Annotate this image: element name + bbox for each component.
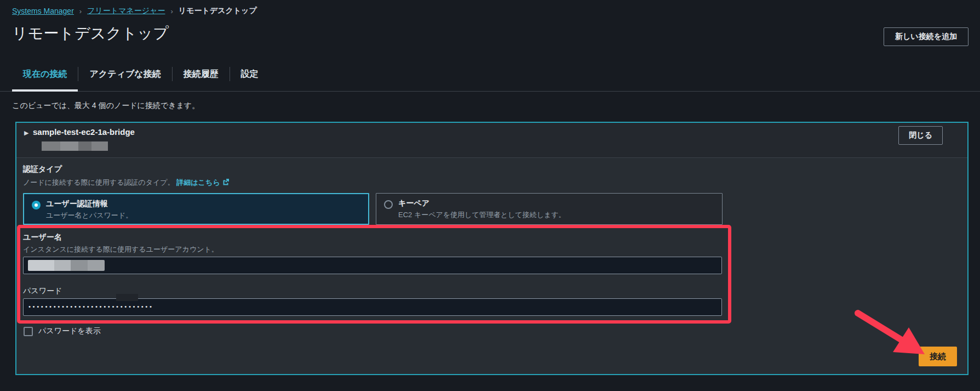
auth-option-description: ユーザー名とパスワード。 <box>46 211 359 220</box>
tab-settings[interactable]: 設定 <box>230 57 270 91</box>
node-name[interactable]: sample-test-ec2-1a-bridge <box>33 127 135 137</box>
connection-panel-header: ▶ sample-test-ec2-1a-bridge 閉じる <box>16 123 967 158</box>
username-redacted-blur <box>28 260 105 271</box>
auth-option-title: ユーザー認証情報 <box>46 199 359 209</box>
max-nodes-info-text: このビューでは、最大 4 個のノードに接続できます。 <box>12 101 199 111</box>
connect-button[interactable]: 接続 <box>919 347 957 366</box>
close-connection-button[interactable]: 閉じる <box>898 126 943 145</box>
chevron-right-icon: › <box>79 7 82 15</box>
username-label: ユーザー名 <box>23 233 62 242</box>
connection-panel: ▶ sample-test-ec2-1a-bridge 閉じる 認証タイプ ノー… <box>15 122 968 375</box>
tab-connection-history[interactable]: 接続履歴 <box>173 57 230 91</box>
show-password-label: パスワードを表示 <box>38 326 101 336</box>
breadcrumb-current-page: リモートデスクトップ <box>179 6 257 16</box>
auth-option-description: EC2 キーペアを使用して管理者として接続します。 <box>398 210 713 220</box>
auth-option-cards: ユーザー認証情報 ユーザー名とパスワード。 キーペア EC2 キーペアを使用して… <box>23 193 723 225</box>
radio-unselected-icon[interactable] <box>384 200 393 209</box>
tab-current-connections[interactable]: 現在の接続 <box>12 57 78 91</box>
breadcrumb-systems-manager[interactable]: Systems Manager <box>12 7 74 15</box>
auth-option-key-pair[interactable]: キーペア EC2 キーペアを使用して管理者として接続します。 <box>376 193 723 225</box>
auth-option-title: キーペア <box>398 199 713 208</box>
checkbox-unchecked-icon[interactable] <box>24 327 33 336</box>
show-password-checkbox-row[interactable]: パスワードを表示 <box>24 326 101 336</box>
password-redacted-blur <box>116 294 138 301</box>
external-link-icon <box>222 178 230 187</box>
username-input[interactable] <box>23 257 722 274</box>
tab-bar: 現在の接続 アクティブな接続 接続履歴 設定 <box>0 57 980 92</box>
chevron-right-icon: › <box>170 7 173 15</box>
auth-option-user-credentials[interactable]: ユーザー認証情報 ユーザー名とパスワード。 <box>23 193 369 225</box>
node-id-redacted-blur <box>42 141 108 151</box>
breadcrumb-fleet-manager[interactable]: フリートマネージャー <box>87 6 165 16</box>
auth-type-description: ノードに接続する際に使用する認証のタイプ。 詳細はこちら <box>23 178 230 188</box>
radio-selected-icon[interactable] <box>32 201 41 209</box>
password-label: パスワード <box>23 286 62 296</box>
add-new-connection-button[interactable]: 新しい接続を追加 <box>884 27 968 46</box>
expand-arrow-icon[interactable]: ▶ <box>24 129 28 137</box>
breadcrumb: Systems Manager › フリートマネージャー › リモートデスクトッ… <box>12 6 257 16</box>
auth-type-label: 認証タイプ <box>23 165 62 174</box>
auth-type-description-text: ノードに接続する際に使用する認証のタイプ。 <box>23 178 175 186</box>
username-description: インスタンスに接続する際に使用するユーザーアカウント。 <box>23 245 219 254</box>
learn-more-link[interactable]: 詳細はこちら <box>176 178 220 186</box>
page-title: リモートデスクトップ <box>12 23 169 44</box>
tab-active-connections[interactable]: アクティブな接続 <box>78 57 171 91</box>
